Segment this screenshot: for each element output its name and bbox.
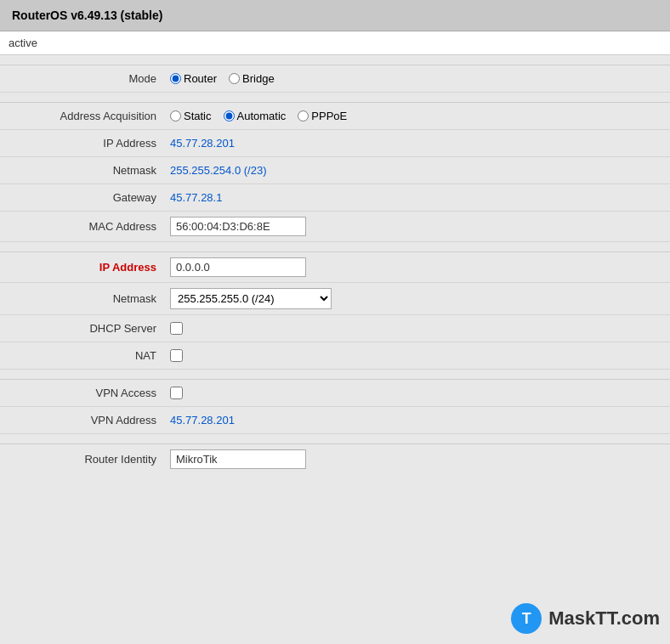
watermark-text: MaskTT.com bbox=[548, 607, 660, 630]
netmask-value: 255.255.254.0 (/23) bbox=[170, 164, 266, 177]
gateway-value: 45.77.28.1 bbox=[170, 191, 222, 204]
address-acquisition-radio-group: Static Automatic PPPoE bbox=[170, 110, 347, 122]
ip-address-row: IP Address 45.77.28.201 bbox=[0, 130, 670, 157]
nat-row: NAT bbox=[0, 342, 670, 370]
router-identity-label: Router Identity bbox=[17, 453, 170, 466]
mode-bridge-option[interactable]: Bridge bbox=[229, 72, 275, 85]
acq-static-radio[interactable] bbox=[170, 110, 181, 121]
watermark: T MaskTT.com bbox=[511, 603, 660, 634]
ip-address2-input[interactable] bbox=[170, 257, 306, 277]
vpn-address-row: VPN Address 45.77.28.201 bbox=[0, 407, 670, 434]
vpn-access-label: VPN Access bbox=[17, 387, 170, 399]
mode-router-label: Router bbox=[184, 72, 217, 85]
mode-router-radio[interactable] bbox=[170, 73, 181, 84]
mode-bridge-radio[interactable] bbox=[229, 73, 240, 84]
acq-static-option[interactable]: Static bbox=[170, 110, 212, 122]
status-bar: active bbox=[0, 31, 670, 55]
ip-address2-row: IP Address bbox=[0, 252, 670, 283]
vpn-address-label: VPN Address bbox=[17, 414, 170, 427]
dhcp-server-label: DHCP Server bbox=[17, 322, 170, 335]
mac-address-input[interactable] bbox=[170, 217, 306, 236]
gateway-label: Gateway bbox=[17, 191, 170, 204]
ip-address-value: 45.77.28.201 bbox=[170, 137, 235, 150]
acq-pppoe-label: PPPoE bbox=[311, 110, 347, 122]
mac-address-row: MAC Address bbox=[0, 212, 670, 242]
app-title: RouterOS v6.49.13 (stable) bbox=[12, 8, 162, 22]
nat-checkbox[interactable] bbox=[170, 349, 183, 362]
dhcp-server-row: DHCP Server bbox=[0, 315, 670, 342]
acq-pppoe-option[interactable]: PPPoE bbox=[298, 110, 347, 122]
mac-address-label: MAC Address bbox=[17, 220, 170, 233]
watermark-icon: T bbox=[511, 603, 542, 634]
ip-address2-label: IP Address bbox=[17, 261, 170, 274]
dhcp-server-checkbox[interactable] bbox=[170, 322, 183, 335]
vpn-access-row: VPN Access bbox=[0, 380, 670, 407]
acq-automatic-option[interactable]: Automatic bbox=[224, 110, 287, 122]
spacer-2 bbox=[0, 93, 670, 103]
vpn-access-checkbox[interactable] bbox=[170, 387, 183, 399]
nat-label: NAT bbox=[17, 349, 170, 362]
router-identity-input[interactable] bbox=[170, 449, 306, 469]
mode-label: Mode bbox=[17, 72, 170, 85]
status-value: active bbox=[9, 37, 37, 49]
acq-pppoe-radio[interactable] bbox=[298, 110, 309, 121]
mode-bridge-label: Bridge bbox=[242, 72, 275, 85]
content: Mode Router Bridge Address Acquisition S… bbox=[0, 55, 670, 474]
spacer-5 bbox=[0, 434, 670, 444]
mode-row: Mode Router Bridge bbox=[0, 65, 670, 93]
netmask-label: Netmask bbox=[17, 164, 170, 177]
netmask2-select[interactable]: 255.255.255.0 (/24) bbox=[170, 288, 332, 309]
netmask2-label: Netmask bbox=[17, 292, 170, 305]
spacer-3 bbox=[0, 242, 670, 252]
top-bar: RouterOS v6.49.13 (stable) bbox=[0, 0, 670, 31]
mode-radio-group: Router Bridge bbox=[170, 72, 275, 85]
netmask-row: Netmask 255.255.254.0 (/23) bbox=[0, 157, 670, 184]
netmask2-row: Netmask 255.255.255.0 (/24) bbox=[0, 283, 670, 315]
address-acquisition-row: Address Acquisition Static Automatic PPP… bbox=[0, 103, 670, 130]
address-acquisition-label: Address Acquisition bbox=[17, 110, 170, 122]
acq-automatic-label: Automatic bbox=[237, 110, 287, 122]
spacer-4 bbox=[0, 370, 670, 380]
acq-automatic-radio[interactable] bbox=[224, 110, 235, 121]
gateway-row: Gateway 45.77.28.1 bbox=[0, 184, 670, 212]
acq-static-label: Static bbox=[184, 110, 212, 122]
mode-router-option[interactable]: Router bbox=[170, 72, 217, 85]
router-identity-row: Router Identity bbox=[0, 444, 670, 474]
spacer-1 bbox=[0, 55, 670, 65]
ip-address-label: IP Address bbox=[17, 137, 170, 150]
vpn-address-value: 45.77.28.201 bbox=[170, 414, 235, 427]
